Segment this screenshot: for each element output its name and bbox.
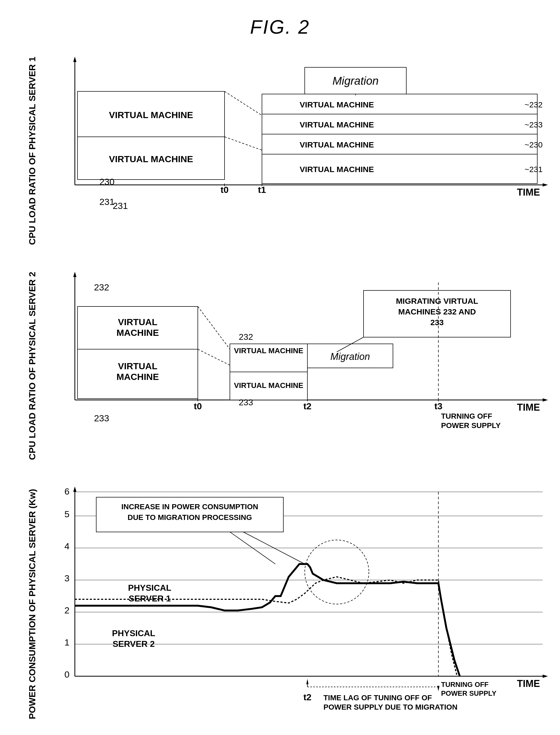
svg-text:POWER SUPPLY DUE TO MIGRATION: POWER SUPPLY DUE TO MIGRATION — [323, 703, 457, 711]
svg-text:VIRTUAL MACHINE: VIRTUAL MACHINE — [300, 140, 374, 149]
svg-text:VIRTUAL MACHINE: VIRTUAL MACHINE — [300, 100, 374, 109]
svg-text:POWER SUPPLY: POWER SUPPLY — [441, 689, 496, 697]
svg-text:232: 232 — [239, 332, 253, 342]
svg-text:VIRTUAL: VIRTUAL — [118, 361, 157, 371]
svg-text:0: 0 — [64, 669, 69, 679]
svg-text:233: 233 — [94, 413, 109, 423]
svg-line-15 — [225, 91, 262, 115]
chart1-wrapper: CPU LOAD RATIO OF PHYSICAL SERVER 1 t0 t… — [21, 54, 539, 248]
svg-marker-73 — [73, 486, 76, 492]
svg-text:SERVER 2: SERVER 2 — [113, 639, 155, 649]
svg-text:MACHINES 232 AND: MACHINES 232 AND — [398, 307, 476, 316]
svg-marker-72 — [543, 675, 548, 678]
svg-text:t2: t2 — [303, 692, 311, 702]
svg-text:VIRTUAL MACHINE: VIRTUAL MACHINE — [300, 120, 374, 129]
svg-text:VIRTUAL MACHINE: VIRTUAL MACHINE — [300, 165, 374, 174]
chart1-y-label: CPU LOAD RATIO OF PHYSICAL SERVER 1 — [21, 54, 43, 248]
svg-text:INCREASE IN POWER CONSUMPTION: INCREASE IN POWER CONSUMPTION — [121, 502, 258, 511]
svg-marker-2 — [543, 183, 548, 187]
svg-text:~232: ~232 — [524, 100, 543, 109]
svg-text:2: 2 — [64, 605, 69, 615]
svg-text:233: 233 — [239, 397, 253, 407]
svg-text:VIRTUAL: VIRTUAL — [118, 317, 157, 327]
svg-text:t1: t1 — [258, 185, 266, 195]
svg-text:TURNING OFF: TURNING OFF — [441, 412, 492, 420]
page: FIG. 2 CPU LOAD RATIO OF PHYSICAL SERVER… — [0, 0, 560, 735]
chart3-area: 0 1 2 3 4 5 6 TIME TURNING OFF POWER SUP… — [43, 484, 551, 724]
svg-text:Migration: Migration — [333, 75, 379, 87]
diagram-container: CPU LOAD RATIO OF PHYSICAL SERVER 1 t0 t… — [21, 54, 539, 724]
svg-text:TIME: TIME — [517, 402, 540, 413]
svg-text:VIRTUAL MACHINE: VIRTUAL MACHINE — [109, 110, 193, 120]
chart2-area: VIRTUAL MACHINE VIRTUAL MACHINE 232 233 … — [43, 269, 551, 463]
svg-text:VIRTUAL MACHINE: VIRTUAL MACHINE — [234, 381, 303, 389]
figure-title: FIG. 2 — [21, 16, 539, 38]
svg-text:VIRTUAL MACHINE: VIRTUAL MACHINE — [109, 154, 193, 164]
svg-text:~231: ~231 — [524, 165, 543, 174]
svg-text:5: 5 — [64, 509, 69, 519]
svg-marker-105 — [306, 679, 308, 684]
svg-text:1: 1 — [64, 637, 69, 647]
svg-text:~233: ~233 — [524, 120, 543, 129]
chart1-area: t0 t1 TIME VIRTUAL MACHINE VIRTUAL MACHI… — [43, 54, 551, 248]
svg-text:TIME: TIME — [517, 678, 540, 689]
svg-text:t2: t2 — [303, 401, 311, 411]
svg-text:PHYSICAL: PHYSICAL — [128, 583, 171, 593]
svg-text:MACHINE: MACHINE — [117, 371, 159, 382]
svg-text:231: 231 — [99, 197, 115, 207]
svg-text:Migration: Migration — [330, 351, 370, 362]
svg-text:233: 233 — [430, 318, 444, 327]
svg-line-16 — [225, 137, 262, 150]
svg-text:3: 3 — [64, 573, 69, 583]
svg-text:231: 231 — [113, 201, 128, 209]
chart2-svg: VIRTUAL MACHINE VIRTUAL MACHINE 232 233 … — [43, 269, 551, 435]
svg-line-53 — [198, 349, 230, 365]
svg-text:MACHINE: MACHINE — [117, 328, 159, 338]
svg-text:SERVER 1: SERVER 1 — [129, 594, 171, 603]
svg-text:TIME: TIME — [517, 187, 540, 198]
chart3-svg: 0 1 2 3 4 5 6 TIME TURNING OFF POWER SUP… — [43, 484, 551, 724]
svg-text:TURNING OFF: TURNING OFF — [441, 680, 489, 688]
svg-text:232: 232 — [94, 282, 109, 292]
svg-text:DUE TO MIGRATION PROCESSING: DUE TO MIGRATION PROCESSING — [128, 513, 252, 521]
svg-text:t3: t3 — [434, 401, 442, 411]
svg-marker-35 — [543, 398, 548, 401]
svg-text:POWER SUPPLY: POWER SUPPLY — [441, 421, 501, 429]
chart1-svg: t0 t1 TIME VIRTUAL MACHINE VIRTUAL MACHI… — [43, 54, 551, 209]
svg-marker-36 — [73, 272, 76, 277]
svg-text:6: 6 — [64, 486, 69, 496]
svg-marker-106 — [437, 686, 439, 691]
chart3-y-label: POWER CONSUMPTION OF PHYSICAL SERVER (Kw… — [21, 484, 43, 724]
svg-text:PHYSICAL: PHYSICAL — [112, 628, 155, 638]
svg-text:VIRTUAL MACHINE: VIRTUAL MACHINE — [234, 347, 303, 355]
svg-text:~230: ~230 — [524, 140, 543, 149]
svg-text:TIME LAG OF TUNING OFF OF: TIME LAG OF TUNING OFF OF — [323, 694, 432, 702]
svg-marker-3 — [73, 57, 76, 62]
svg-text:t0: t0 — [221, 185, 229, 195]
chart3-wrapper: POWER CONSUMPTION OF PHYSICAL SERVER (Kw… — [21, 484, 539, 724]
svg-text:t0: t0 — [194, 401, 202, 411]
chart2-y-label: CPU LOAD RATIO OF PHYSICAL SERVER 2 — [21, 269, 43, 463]
svg-text:230: 230 — [99, 177, 115, 187]
svg-text:4: 4 — [64, 541, 69, 551]
svg-line-52 — [198, 307, 230, 349]
svg-text:MIGRATING VIRTUAL: MIGRATING VIRTUAL — [396, 297, 478, 306]
chart2-wrapper: CPU LOAD RATIO OF PHYSICAL SERVER 2 VIRT… — [21, 269, 539, 463]
svg-point-92 — [305, 540, 369, 604]
